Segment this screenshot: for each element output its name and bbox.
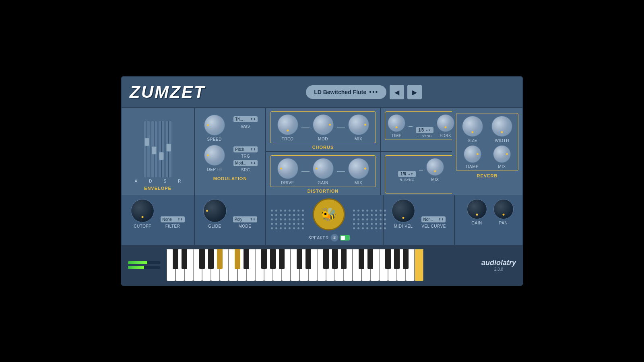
r-sync-control: 1/8 ▲▼ R. SYNC bbox=[398, 171, 416, 182]
bottom-grid: CUTOFF None ⬆⬇ FILTER GLIDE bbox=[122, 195, 522, 245]
speaker-grid: 🐝 SPEAKER ① bbox=[269, 198, 380, 242]
black-key[interactable] bbox=[173, 249, 178, 269]
black-key[interactable] bbox=[279, 249, 285, 269]
speaker-toggle[interactable] bbox=[340, 235, 350, 241]
pitch-dropdown[interactable]: Pitch ⬆⬇ bbox=[233, 146, 258, 152]
distortion-mix-label: MIX bbox=[355, 181, 362, 185]
speaker-circle[interactable]: 🐝 bbox=[313, 198, 345, 230]
delay-bottom-border: 1/8 ▲▼ R. SYNC MIX bbox=[385, 155, 457, 193]
synth-plugin: ZUMZET LD Bewitched Flute ••• ◀ ▶ bbox=[121, 76, 523, 286]
chorus-mod-label: MOD bbox=[318, 137, 328, 141]
black-key[interactable] bbox=[385, 249, 391, 269]
distortion-knobs: DRIVE GAIN bbox=[274, 158, 372, 185]
output-gain-label: GAIN bbox=[471, 221, 482, 225]
distortion-drive-knob[interactable] bbox=[277, 158, 298, 179]
delay-time-knob[interactable] bbox=[388, 114, 405, 132]
mode-dropdown-group: Poly ⬆⬇ MODE bbox=[233, 216, 257, 228]
chorus-mod-knob[interactable] bbox=[313, 114, 334, 135]
delay-time-container: TIME bbox=[388, 114, 405, 138]
black-key[interactable] bbox=[208, 249, 214, 269]
chorus-freq-label: FREQ bbox=[282, 137, 294, 141]
delay-panel: TIME 1/8 ▲▼ L. SYNC bbox=[381, 108, 451, 195]
black-key[interactable] bbox=[323, 249, 329, 269]
black-key[interactable] bbox=[235, 249, 240, 269]
main-grid: A D S R ENVELOPE SPEED Tri... ⬆⬇ bbox=[122, 108, 522, 195]
black-key[interactable] bbox=[261, 249, 267, 269]
black-key[interactable] bbox=[270, 249, 276, 269]
reverb-border: SIZE WIDTH DAMP bbox=[456, 113, 518, 171]
vel-curve-dropdown[interactable]: Nor... ⬆⬇ bbox=[421, 216, 446, 222]
meter-left-fill bbox=[128, 261, 147, 264]
release-slider[interactable] bbox=[166, 121, 171, 177]
sustain-slider[interactable] bbox=[159, 121, 164, 177]
keyboard-section: audiolatry 2.0.0 bbox=[122, 245, 522, 285]
distortion-gain-knob[interactable] bbox=[313, 158, 334, 179]
depth-knob[interactable] bbox=[204, 145, 225, 166]
wav-dropdown[interactable]: Tri... ⬆⬇ bbox=[233, 116, 258, 122]
output-pan-knob[interactable] bbox=[493, 199, 514, 219]
prev-preset-button[interactable]: ◀ bbox=[390, 85, 404, 99]
reverb-damp-container: DAMP bbox=[459, 145, 486, 169]
black-key[interactable] bbox=[367, 249, 373, 269]
white-key[interactable] bbox=[415, 249, 423, 281]
reverb-mix-container: MIX bbox=[489, 145, 516, 169]
attack-slider[interactable] bbox=[144, 121, 150, 177]
speaker-section: 🐝 SPEAKER ① bbox=[266, 195, 383, 245]
vel-curve-group: Nor... ⬆⬇ VEL CURVE bbox=[421, 216, 446, 228]
delay-fdbk-label: FDBK bbox=[440, 134, 451, 138]
chorus-section: FREQ MOD bbox=[266, 108, 380, 151]
output-gain-knob[interactable] bbox=[467, 199, 487, 219]
black-key[interactable] bbox=[244, 249, 249, 269]
reverb-damp-knob[interactable] bbox=[464, 145, 481, 163]
brand-name: audiolatry bbox=[481, 259, 516, 267]
filter-dropdown[interactable]: None ⬆⬇ bbox=[161, 216, 185, 222]
distortion-border: DRIVE GAIN bbox=[270, 155, 376, 187]
black-key[interactable] bbox=[297, 249, 302, 269]
delay-fdbk-knob[interactable] bbox=[437, 114, 454, 132]
filter-label: FILTER bbox=[165, 224, 180, 228]
r-sync-value[interactable]: 1/8 ▲▼ bbox=[398, 171, 416, 177]
speed-knob[interactable] bbox=[204, 115, 225, 136]
speaker-center: 🐝 SPEAKER ① bbox=[308, 198, 350, 242]
reverb-mix-knob[interactable] bbox=[493, 145, 511, 163]
black-key[interactable] bbox=[199, 249, 205, 269]
glide-knob[interactable] bbox=[203, 199, 227, 222]
mod-dropdown[interactable]: Mod... ⬆⬇ bbox=[233, 160, 258, 166]
wav-label: WAV bbox=[241, 125, 250, 129]
preset-dots[interactable]: ••• bbox=[369, 88, 378, 96]
connector1 bbox=[301, 128, 310, 128]
speed-label: SPEED bbox=[207, 137, 222, 142]
filter-controls: CUTOFF None ⬆⬇ FILTER bbox=[131, 199, 185, 228]
delay-top-knobs: TIME 1/8 ▲▼ L. SYNC bbox=[388, 114, 454, 138]
chorus-mix-knob[interactable] bbox=[348, 114, 369, 135]
mode-dropdown[interactable]: Poly ⬆⬇ bbox=[233, 216, 257, 222]
logo: ZUMZET bbox=[130, 82, 205, 102]
delay-mix-knob[interactable] bbox=[426, 158, 444, 176]
black-key[interactable] bbox=[341, 249, 347, 269]
cutoff-knob[interactable] bbox=[131, 199, 154, 222]
black-key[interactable] bbox=[217, 249, 223, 269]
decay-slider[interactable] bbox=[151, 121, 157, 177]
release-slider-track bbox=[166, 121, 171, 177]
black-key[interactable] bbox=[394, 249, 400, 269]
black-key[interactable] bbox=[403, 249, 409, 269]
distortion-mix-knob[interactable] bbox=[348, 158, 369, 179]
black-key[interactable] bbox=[332, 249, 338, 269]
midi-vel-knob[interactable] bbox=[392, 199, 415, 222]
black-key[interactable] bbox=[359, 249, 364, 269]
reverb-size-knob[interactable] bbox=[462, 116, 483, 137]
black-key[interactable] bbox=[305, 249, 311, 269]
reverb-mix-label: MIX bbox=[498, 165, 506, 169]
next-preset-button[interactable]: ▶ bbox=[407, 85, 422, 99]
depth-knob-container: DEPTH bbox=[200, 145, 229, 172]
reverb-width-knob[interactable] bbox=[491, 116, 512, 137]
black-key[interactable] bbox=[182, 249, 187, 269]
speaker-on-button[interactable]: ① bbox=[330, 234, 339, 242]
l-sync-value[interactable]: 1/8 ▲▼ bbox=[416, 127, 433, 133]
chorus-freq-knob[interactable] bbox=[277, 114, 298, 135]
decay-slider-track bbox=[151, 121, 157, 177]
delay-time-label: TIME bbox=[391, 134, 402, 138]
piano-keyboard[interactable] bbox=[167, 249, 475, 281]
glide-label: GLIDE bbox=[208, 224, 221, 228]
delay-mix-label: MIX bbox=[431, 177, 439, 182]
